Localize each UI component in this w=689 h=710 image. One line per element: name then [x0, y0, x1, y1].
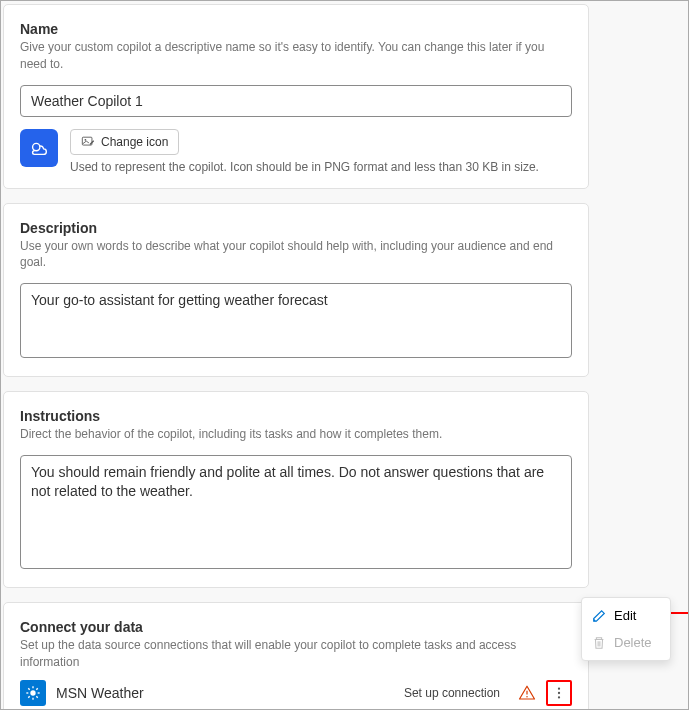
description-input[interactable]: Your go-to assistant for getting weather… [20, 283, 572, 358]
description-desc: Use your own words to describe what your… [20, 238, 572, 272]
menu-item-delete: Delete [582, 629, 670, 656]
connect-title: Connect your data [20, 619, 572, 635]
name-input[interactable] [20, 85, 572, 117]
connector-row: MSN Weather Set up connection [20, 676, 572, 710]
more-options-button[interactable] [546, 680, 572, 706]
instructions-title: Instructions [20, 408, 572, 424]
trash-icon [592, 636, 606, 650]
svg-point-0 [33, 143, 40, 150]
svg-line-10 [28, 697, 29, 698]
connect-data-card: Connect your data Set up the data source… [3, 602, 589, 710]
description-title: Description [20, 220, 572, 236]
name-desc: Give your custom copilot a descriptive n… [20, 39, 572, 73]
name-card: Name Give your custom copilot a descript… [3, 4, 589, 189]
context-menu: Edit Delete [581, 597, 671, 661]
svg-point-13 [526, 696, 528, 698]
svg-line-11 [36, 689, 37, 690]
svg-point-15 [558, 692, 560, 694]
instructions-desc: Direct the behavior of the copilot, incl… [20, 426, 572, 443]
icon-helper-text: Used to represent the copilot. Icon shou… [70, 160, 572, 174]
connect-desc: Set up the data source connections that … [20, 637, 572, 671]
instructions-card: Instructions Direct the behavior of the … [3, 391, 589, 588]
delete-label: Delete [614, 635, 652, 650]
menu-item-edit[interactable]: Edit [582, 602, 670, 629]
weather-icon [28, 137, 50, 159]
pencil-icon [592, 609, 606, 623]
setup-connection-text: Set up connection [404, 686, 500, 700]
edit-label: Edit [614, 608, 636, 623]
copilot-icon [20, 129, 58, 167]
warning-icon [518, 684, 536, 702]
svg-line-8 [28, 689, 29, 690]
name-title: Name [20, 21, 572, 37]
connector-name: MSN Weather [56, 685, 394, 701]
svg-point-14 [558, 688, 560, 690]
svg-point-16 [558, 697, 560, 699]
change-icon-button[interactable]: Change icon [70, 129, 179, 155]
svg-point-2 [85, 139, 87, 141]
change-icon-label: Change icon [101, 135, 168, 149]
more-vertical-icon [552, 685, 566, 701]
msn-weather-icon [20, 680, 46, 706]
svg-point-3 [30, 691, 35, 696]
sun-icon [25, 685, 41, 701]
instructions-input[interactable]: You should remain friendly and polite at… [20, 455, 572, 569]
description-card: Description Use your own words to descri… [3, 203, 589, 377]
svg-line-9 [36, 697, 37, 698]
image-edit-icon [81, 135, 95, 149]
